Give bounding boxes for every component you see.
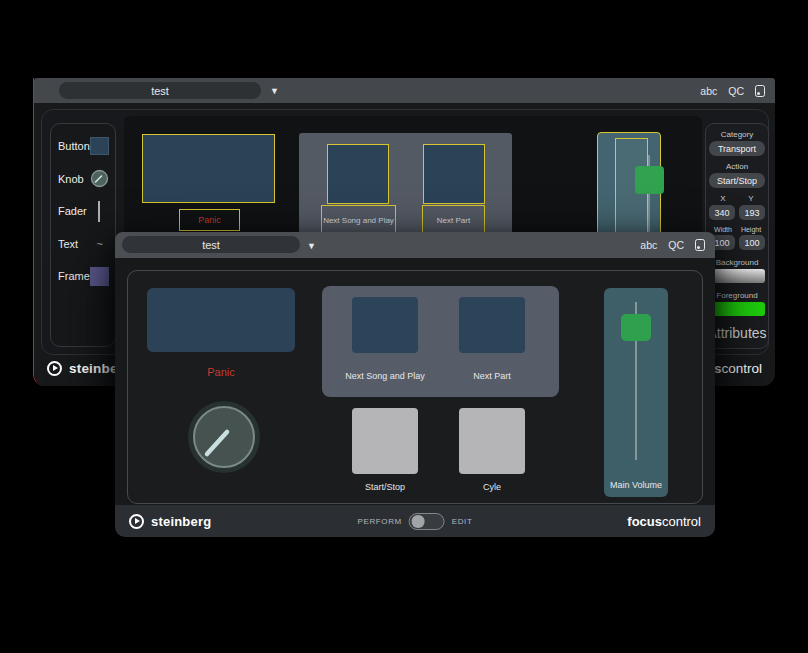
preset-selector[interactable]: test <box>122 236 300 253</box>
toggle-knob[interactable] <box>412 515 425 528</box>
lock-icon[interactable] <box>755 85 765 97</box>
perform-footer: steinberg PERFORM EDIT focuscontrol <box>115 505 715 537</box>
chevron-down-icon[interactable]: ▼ <box>270 86 279 96</box>
category-select[interactable]: Transport <box>709 141 765 156</box>
titlebar-tools: abc QC <box>700 78 765 103</box>
fader-line-icon <box>98 201 100 222</box>
palette-item-button[interactable]: Button <box>58 136 109 156</box>
size-labels: Width Height <box>709 226 765 233</box>
main-volume-label: Main Volume <box>604 480 668 490</box>
cycle-button[interactable] <box>459 408 525 474</box>
size-values: 100 100 <box>709 235 765 250</box>
fader-handle[interactable] <box>621 314 651 341</box>
product-name: focuscontrol <box>627 514 701 529</box>
start-stop-label: Start/Stop <box>352 482 418 492</box>
palette-item-fader[interactable]: Fader <box>58 201 109 221</box>
next-part-button[interactable] <box>459 297 525 353</box>
width-label: Width <box>709 226 737 233</box>
xy-values: 340 193 <box>709 205 765 220</box>
knob-icon <box>90 169 109 188</box>
palette-label: Knob <box>58 173 84 185</box>
palette-panel: Button Knob Fader <box>50 123 116 347</box>
palette-label: Button <box>58 140 90 152</box>
y-value-field[interactable]: 193 <box>739 205 765 220</box>
action-select[interactable]: Start/Stop <box>709 173 765 188</box>
button-swatch-icon <box>90 137 109 155</box>
edit-mode-label: EDIT <box>452 517 473 526</box>
perform-body: Panic Next Song and Play Next Part Start… <box>115 258 715 505</box>
preset-value: test <box>202 239 220 251</box>
height-label: Height <box>737 226 765 233</box>
screen: test ▼ abc QC Button Knob <box>0 0 808 653</box>
canvas-next-song-button[interactable] <box>327 144 389 204</box>
foreground-label: Foreground <box>716 291 757 300</box>
chevron-down-icon[interactable]: ▼ <box>307 241 316 251</box>
abc-tool-button[interactable]: abc <box>640 239 657 251</box>
next-part-label: Next Part <box>441 371 543 381</box>
palette-item-frame[interactable]: Frame <box>58 266 109 286</box>
steinberg-logo-icon <box>47 361 62 376</box>
y-label: Y <box>737 194 765 203</box>
next-song-label: Next Song and Play <box>334 371 436 381</box>
palette-item-text[interactable]: Text ~ <box>58 234 109 254</box>
canvas-next-part-button[interactable] <box>423 144 485 204</box>
frame-swatch-icon <box>90 267 109 286</box>
palette-label: Text <box>58 238 78 250</box>
height-value-field[interactable]: 100 <box>739 235 765 250</box>
edit-titlebar: test ▼ abc QC <box>34 78 775 103</box>
text-mark-icon: ~ <box>97 240 103 248</box>
x-label: X <box>709 194 737 203</box>
perform-titlebar: test ▼ abc QC <box>115 232 715 258</box>
canvas-panic-label[interactable]: Panic <box>179 209 240 231</box>
titlebar-tools: abc QC <box>640 232 705 258</box>
next-song-button[interactable] <box>352 297 418 353</box>
lock-icon[interactable] <box>695 239 705 251</box>
panic-label: Panic <box>147 366 295 378</box>
brand-name: steinberg <box>151 514 211 529</box>
palette-label: Fader <box>58 205 87 217</box>
xy-labels: X Y <box>709 194 765 203</box>
mode-toggle[interactable] <box>409 513 445 530</box>
x-value-field[interactable]: 340 <box>709 205 735 220</box>
palette-item-knob[interactable]: Knob <box>58 169 109 189</box>
control-knob[interactable] <box>186 399 262 475</box>
qc-tool-button[interactable]: QC <box>728 85 744 97</box>
canvas-volume-fader[interactable] <box>597 132 661 244</box>
background-color-picker[interactable] <box>709 269 765 283</box>
background-label: Background <box>716 258 759 267</box>
panic-button[interactable] <box>147 288 295 352</box>
perform-mode-label: PERFORM <box>358 517 402 526</box>
action-label: Action <box>726 162 748 171</box>
steinberg-logo-icon <box>129 514 144 529</box>
category-label: Category <box>721 130 753 139</box>
foreground-color-picker[interactable] <box>709 302 765 316</box>
fader-handle[interactable] <box>635 166 664 194</box>
fader-track-region[interactable] <box>615 138 648 240</box>
main-volume-fader[interactable]: Main Volume <box>604 288 668 497</box>
start-stop-button[interactable] <box>352 408 418 474</box>
mode-switch: PERFORM EDIT <box>358 505 473 537</box>
attributes-title: Attributes <box>707 325 766 341</box>
palette-label: Frame <box>58 270 90 282</box>
preset-selector[interactable]: test <box>59 82 261 99</box>
perform-window: test ▼ abc QC Panic Next Song and Play <box>115 232 715 537</box>
preset-value: test <box>151 85 169 97</box>
cycle-label: Cyle <box>459 482 525 492</box>
abc-tool-button[interactable]: abc <box>700 85 717 97</box>
transport-frame: Next Song and Play Next Part <box>322 286 559 397</box>
qc-tool-button[interactable]: QC <box>668 239 684 251</box>
brand: steinberg <box>129 514 211 529</box>
canvas-panic-button[interactable] <box>142 134 275 203</box>
